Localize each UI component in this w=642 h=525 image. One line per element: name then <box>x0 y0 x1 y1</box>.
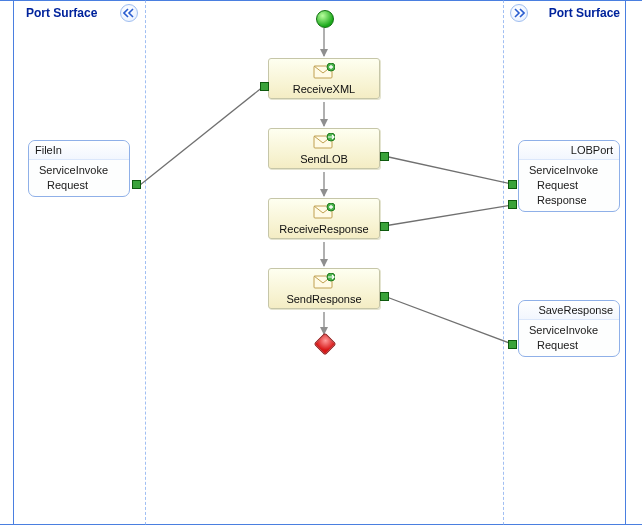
start-icon <box>316 10 334 28</box>
port-name: FileIn <box>29 141 129 160</box>
port-request: Request <box>519 337 619 352</box>
orchestration-design-surface[interactable]: { "surface": { "left_title": "Port Surfa… <box>0 0 642 525</box>
port-lobport[interactable]: LOBPort ServiceInvoke Request Response <box>518 140 620 212</box>
collapse-right-icon[interactable] <box>510 4 528 22</box>
frame-left <box>13 0 14 525</box>
shape-label: ReceiveResponse <box>271 223 377 235</box>
shape-sendlob-right-handle[interactable] <box>380 152 389 161</box>
port-operation: ServiceInvoke <box>29 160 129 177</box>
shape-receiveresponse-right-handle[interactable] <box>380 222 389 231</box>
port-filein[interactable]: FileIn ServiceInvoke Request <box>28 140 130 197</box>
shape-sendresponse[interactable]: SendResponse <box>268 268 380 309</box>
frame-top <box>0 0 642 1</box>
end-icon <box>314 333 337 356</box>
port-filein-request-handle[interactable] <box>132 180 141 189</box>
port-name: SaveResponse <box>519 301 619 320</box>
shape-label: ReceiveXML <box>271 83 377 95</box>
port-saveresponse[interactable]: SaveResponse ServiceInvoke Request <box>518 300 620 357</box>
port-saveresponse-request-handle[interactable] <box>508 340 517 349</box>
svg-line-7 <box>384 205 512 226</box>
receive-shape-icon <box>313 63 335 81</box>
send-shape-icon <box>313 133 335 151</box>
svg-line-8 <box>384 296 512 344</box>
collapse-left-icon[interactable] <box>120 4 138 22</box>
shape-receiveresponse[interactable]: ReceiveResponse <box>268 198 380 239</box>
receive-shape-icon <box>313 203 335 221</box>
port-lobport-request-handle[interactable] <box>508 180 517 189</box>
shape-label: SendResponse <box>271 293 377 305</box>
port-response: Response <box>519 192 619 207</box>
port-surface-title-right: Port Surface <box>549 6 620 20</box>
shape-sendresponse-right-handle[interactable] <box>380 292 389 301</box>
column-separator-left <box>145 0 146 525</box>
port-surface-title-left: Port Surface <box>26 6 97 20</box>
svg-line-5 <box>140 86 264 185</box>
column-separator-right <box>503 0 504 525</box>
shape-receivexml[interactable]: ReceiveXML <box>268 58 380 99</box>
port-operation: ServiceInvoke <box>519 160 619 177</box>
svg-line-6 <box>384 156 512 184</box>
send-shape-icon <box>313 273 335 291</box>
shape-receivexml-left-handle[interactable] <box>260 82 269 91</box>
shape-sendlob[interactable]: SendLOB <box>268 128 380 169</box>
port-request: Request <box>519 177 619 192</box>
shape-label: SendLOB <box>271 153 377 165</box>
frame-right <box>625 0 626 525</box>
port-name: LOBPort <box>519 141 619 160</box>
port-request: Request <box>29 177 129 192</box>
port-lobport-response-handle[interactable] <box>508 200 517 209</box>
port-operation: ServiceInvoke <box>519 320 619 337</box>
